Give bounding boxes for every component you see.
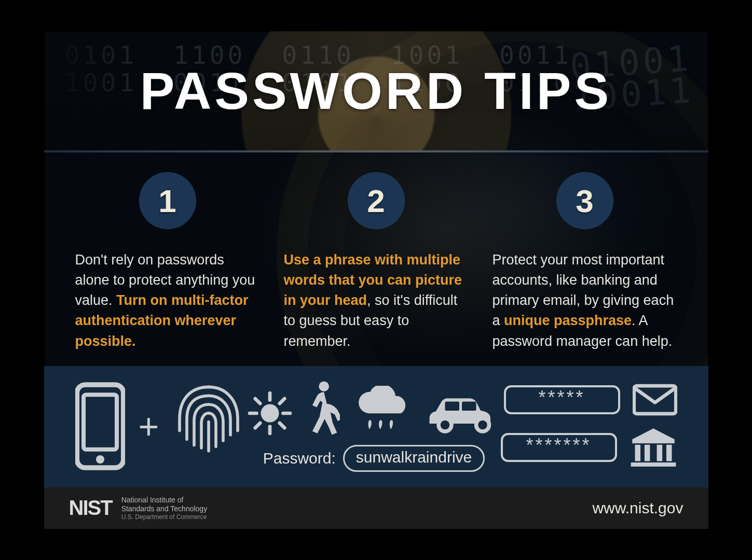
svg-rect-18: [635, 444, 640, 461]
svg-rect-19: [644, 444, 650, 461]
tip-1-copy: Don't rely on passwords alone to protect…: [75, 250, 260, 352]
passphrase-illustration: Password: sunwalkraindrive: [248, 381, 501, 472]
footer-brand-text: National Institute of Standards and Tech…: [121, 496, 208, 521]
fingerprint-icon: [172, 382, 245, 470]
footer-url: www.nist.gov: [592, 499, 683, 517]
tip-3-copy: Protect your most important accounts, li…: [493, 250, 677, 352]
svg-point-2: [96, 455, 104, 464]
svg-point-14: [476, 418, 489, 431]
password-label: Password:: [263, 450, 336, 467]
tips-row: 1 Don't rely on passwords alone to prote…: [44, 152, 708, 366]
tip-1-badge: 1: [139, 172, 196, 229]
footer-org-line2: Standards and Technology: [121, 505, 208, 513]
tip-3: 3 Protect your most important accounts, …: [493, 172, 677, 352]
svg-rect-1: [84, 395, 117, 450]
svg-rect-20: [657, 444, 662, 461]
tip-2-number: 2: [367, 183, 385, 219]
infographic-card: 0100110011 0101 1100 0110 1001 0011 1001…: [44, 31, 708, 529]
sun-icon: [248, 391, 292, 436]
svg-rect-22: [631, 463, 676, 467]
tip-1: 1 Don't rely on passwords alone to prote…: [75, 172, 260, 352]
svg-rect-21: [666, 444, 672, 461]
page-title: PASSWORD TIPS: [140, 61, 612, 121]
svg-rect-16: [462, 401, 476, 411]
tip-2-copy: Use a phrase with multiple words that yo…: [284, 250, 469, 352]
illustration-strip: +: [44, 366, 708, 491]
mfa-illustration: +: [75, 382, 248, 470]
plus-icon: +: [139, 406, 159, 446]
footer-org-line1: National Institute of: [121, 496, 184, 504]
tip-2-badge: 2: [348, 172, 405, 229]
tip-3-number: 3: [576, 183, 593, 219]
bank-icon: [630, 426, 677, 469]
svg-line-10: [279, 398, 284, 403]
mask-mail-pair: *****: [504, 384, 677, 416]
mail-icon: [633, 384, 677, 416]
raincloud-icon: [351, 386, 412, 436]
svg-point-12: [319, 381, 329, 391]
password-line: Password: sunwalkraindrive: [263, 445, 485, 472]
svg-line-8: [255, 398, 259, 403]
nist-logo: NIST: [69, 496, 112, 520]
password-value-pill: sunwalkraindrive: [343, 445, 485, 472]
walker-icon: [304, 381, 340, 436]
password-mask-2: *******: [501, 433, 617, 462]
footer-dept: U.S. Department of Commerce: [121, 513, 208, 521]
tip-3-emphasis: unique passphrase: [504, 313, 632, 328]
unique-illustration: ***** *******: [501, 384, 677, 469]
hero: 0101 1100 0110 1001 0011 1001 0011 0101 …: [44, 31, 708, 150]
password-mask-1: *****: [504, 385, 620, 414]
tip-2: 2 Use a phrase with multiple words that …: [284, 172, 469, 352]
tip-3-badge: 3: [556, 172, 613, 229]
svg-point-13: [439, 418, 452, 431]
phone-icon: [75, 382, 125, 470]
svg-rect-15: [445, 401, 459, 411]
svg-line-11: [255, 423, 259, 428]
mask-bank-pair: *******: [501, 426, 677, 469]
car-icon: [423, 391, 501, 436]
tip-1-number: 1: [158, 183, 176, 219]
svg-point-3: [261, 404, 279, 422]
svg-line-9: [279, 423, 284, 428]
passphrase-iconrow: [248, 381, 501, 436]
footer-brand: NIST National Institute of Standards and…: [69, 496, 208, 521]
footer: NIST National Institute of Standards and…: [44, 487, 708, 529]
